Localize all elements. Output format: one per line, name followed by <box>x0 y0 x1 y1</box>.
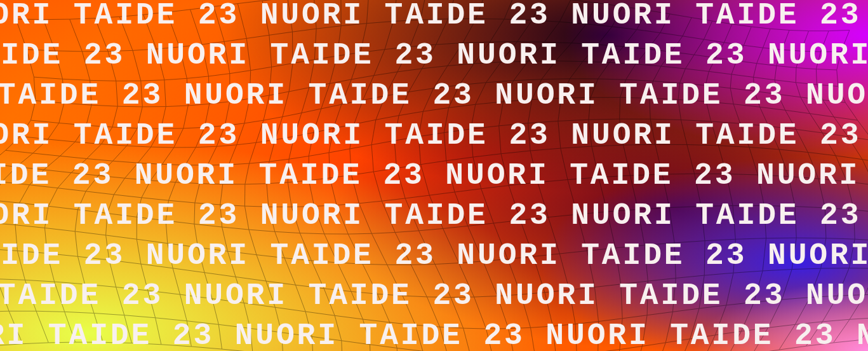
repeating-text-row: NUORI TAIDE 23 NUORI TAIDE 23 NUORI TAID… <box>0 320 868 351</box>
repeating-text-row: NUORI TAIDE 23 NUORI TAIDE 23 NUORI TAID… <box>0 280 868 311</box>
repeating-text-layer: NUORI TAIDE 23 NUORI TAIDE 23 NUORI TAID… <box>0 0 868 351</box>
repeating-text-row: NUORI TAIDE 23 NUORI TAIDE 23 NUORI TAID… <box>0 0 868 31</box>
repeating-text-row: NUORI TAIDE 23 NUORI TAIDE 23 NUORI TAID… <box>0 200 868 231</box>
repeating-text-row: NUORI TAIDE 23 NUORI TAIDE 23 NUORI TAID… <box>0 160 868 191</box>
repeating-text-row: NUORI TAIDE 23 NUORI TAIDE 23 NUORI TAID… <box>0 40 868 71</box>
repeating-text-row: NUORI TAIDE 23 NUORI TAIDE 23 NUORI TAID… <box>0 80 868 111</box>
repeating-text-row: NUORI TAIDE 23 NUORI TAIDE 23 NUORI TAID… <box>0 120 868 151</box>
repeating-text-row: NUORI TAIDE 23 NUORI TAIDE 23 NUORI TAID… <box>0 240 868 271</box>
